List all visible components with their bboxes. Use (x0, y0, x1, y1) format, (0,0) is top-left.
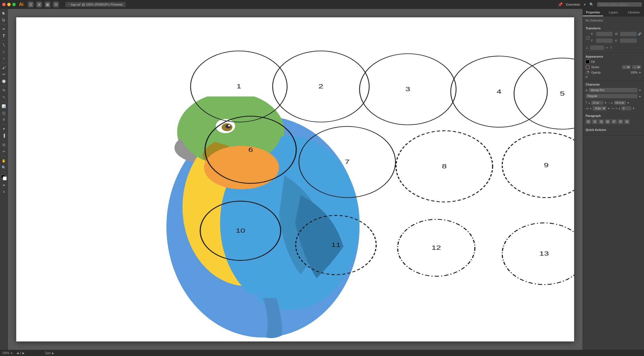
justify-last-left-button[interactable] (611, 119, 617, 124)
mesh-tool[interactable]: # (1, 117, 7, 123)
x-input[interactable] (596, 32, 613, 36)
appearance-title: Appearance (586, 55, 641, 58)
more-appearance-icon[interactable]: ··· (639, 76, 641, 79)
zoom-control[interactable]: 150% ▼ (2, 352, 13, 355)
minimize-button[interactable] (7, 3, 11, 6)
svg-text:3: 3 (405, 86, 410, 93)
layout-icon[interactable]: ▦ (45, 2, 50, 7)
stroke-cap-dropdown[interactable]: — (632, 65, 641, 69)
kerning-chevron-icon[interactable]: ▼ (607, 107, 610, 110)
align-center-button[interactable] (592, 119, 598, 124)
line-tool[interactable]: ╲ (1, 42, 7, 48)
flip-v-icon[interactable]: ⇕ (610, 46, 612, 49)
select-tool[interactable] (1, 10, 7, 16)
share-icon[interactable]: ✉ (53, 2, 59, 7)
transform-section: Transform X W 🔗 Y H (583, 24, 644, 53)
font-size-input[interactable] (591, 101, 603, 105)
essentials-chevron-icon[interactable]: ▼ (583, 3, 586, 6)
font-dropdown-icon[interactable]: ▼ (639, 89, 641, 92)
type-dropdown-icon[interactable]: ▶ (52, 352, 54, 355)
transform-link-icon[interactable] (586, 35, 590, 41)
font-name-display[interactable]: Myriad Pro (589, 88, 638, 93)
ellipse-tool[interactable]: ○ (1, 55, 7, 62)
blob-brush-tool[interactable]: ⬤ (1, 78, 7, 84)
svg-text:8: 8 (442, 163, 447, 170)
leading-chevron-icon[interactable]: ▼ (627, 102, 629, 104)
direct-select-tool[interactable] (1, 17, 7, 23)
paintbrush-tool[interactable]: 🖌 (1, 65, 7, 71)
tracking-chevron-icon[interactable]: ▼ (632, 107, 635, 110)
zoom-tool[interactable]: 🔍 (1, 164, 7, 171)
artboard-tool[interactable]: ⊡ (1, 142, 7, 148)
menu-icon[interactable]: ☰ (28, 2, 34, 7)
kerning-select[interactable]: Auto (593, 106, 607, 111)
flip-h-icon[interactable]: ⇔ (606, 46, 608, 49)
graph-tool[interactable]: 📊 (1, 103, 7, 109)
tool-grid-icon[interactable]: ⊞ (36, 2, 42, 7)
angle-input[interactable] (590, 45, 604, 50)
artboard-next-icon[interactable]: ▶ (22, 352, 25, 355)
h-input[interactable] (620, 38, 637, 43)
scale-tool[interactable]: ⤡ (1, 94, 7, 100)
search-input[interactable] (597, 2, 642, 7)
angle-icon: ∠ (586, 46, 588, 49)
more-options-icon[interactable]: ··· (639, 46, 641, 49)
pencil-tool[interactable]: ✏ (1, 71, 7, 77)
canvas-area[interactable]: 1 2 3 4 5 6 7 (8, 9, 583, 350)
swap-colors-icon[interactable]: ⇄ (1, 182, 7, 188)
justify-last-center-button[interactable] (618, 119, 623, 124)
hand-tool[interactable]: ✋ (1, 158, 7, 164)
font-style-display[interactable]: Regular (586, 94, 638, 98)
svg-point-10 (228, 125, 230, 126)
close-button[interactable] (2, 3, 6, 6)
tab-properties[interactable]: Properties (583, 9, 603, 16)
align-left-button[interactable] (586, 119, 591, 124)
traffic-lights (2, 3, 16, 6)
kerning-up-icon: ▲ (589, 107, 592, 110)
essentials-label: Essentials (566, 3, 580, 6)
constrain-icon[interactable]: 🔗 (638, 32, 641, 36)
panel-tabs: Properties Layers Libraries (583, 9, 644, 16)
font-size-up-icon: ▲ (588, 102, 590, 104)
tab-layers[interactable]: Layers (603, 9, 624, 16)
pin-icon[interactable]: 📌 (558, 2, 563, 7)
stroke-options[interactable]: — — (622, 65, 641, 69)
type-text: Type (45, 352, 51, 355)
symbol-spray-tool[interactable]: ✦ (1, 126, 7, 132)
w-input[interactable] (620, 32, 637, 36)
font-style-dropdown-icon[interactable]: ▼ (639, 95, 641, 98)
fill-more-icon[interactable]: ··· (639, 60, 641, 63)
maximize-button[interactable] (12, 3, 16, 6)
tab-libraries[interactable]: Libraries (624, 9, 644, 16)
tab-close-icon[interactable]: × (68, 3, 70, 6)
leading-input[interactable] (614, 101, 626, 105)
none-color-icon[interactable]: ⊘ (1, 189, 7, 195)
artboard-nav[interactable]: ◀ 1 ▶ (16, 352, 25, 355)
rotate-tool[interactable]: ↻ (1, 87, 7, 93)
pen-tool[interactable]: ✒ (1, 26, 7, 32)
font-size-chevron-icon[interactable]: ▼ (604, 102, 607, 104)
opacity-chevron-icon[interactable]: ▶ (639, 71, 641, 74)
type-tool[interactable]: T (1, 33, 7, 39)
stroke-dropdown[interactable]: — (622, 65, 631, 69)
svg-line-40 (586, 65, 589, 69)
tracking-input[interactable] (621, 106, 631, 110)
artboard-prev-icon[interactable]: ◀ (16, 352, 19, 355)
slice-tool[interactable]: ✂ (1, 148, 7, 155)
color-indicator[interactable] (1, 175, 7, 180)
fill-color-swatch[interactable] (586, 60, 589, 64)
rect-tool[interactable]: □ (1, 49, 7, 55)
column-graph-tool[interactable]: ▐ (1, 133, 7, 139)
align-right-button[interactable] (598, 119, 604, 124)
justify-button[interactable] (605, 119, 610, 124)
zoom-dropdown-icon[interactable]: ▼ (11, 352, 13, 355)
y-input[interactable] (596, 38, 613, 43)
stroke-label: Stroke (591, 66, 620, 69)
background-color[interactable] (3, 176, 7, 180)
svg-text:5: 5 (560, 90, 565, 97)
svg-rect-38 (586, 37, 589, 39)
gradient-tool[interactable]: ◫ (1, 110, 7, 116)
paragraph-more-icon[interactable]: ··· (639, 120, 641, 123)
document-tab[interactable]: × logo.ai* @ 150% (RGB/GPU Preview) (65, 2, 126, 7)
justify-all-button[interactable] (624, 119, 630, 124)
